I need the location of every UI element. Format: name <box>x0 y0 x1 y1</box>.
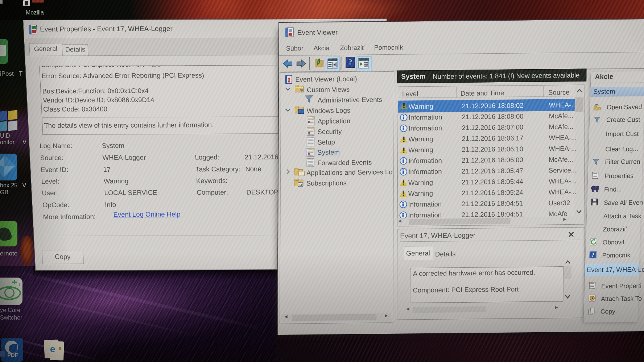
svg-text:24: 24 <box>298 183 302 187</box>
